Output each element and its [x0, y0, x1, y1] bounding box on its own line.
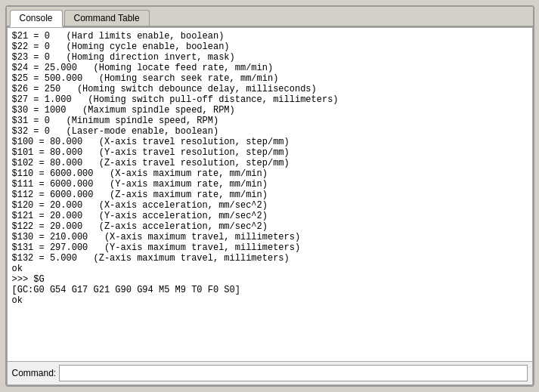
main-window: Console Command Table $21 = 0 (Hard limi… — [5, 5, 534, 387]
command-input[interactable] — [59, 365, 527, 381]
console-output[interactable]: $21 = 0 (Hard limits enable, boolean) $2… — [8, 28, 532, 361]
command-bar: Command: — [8, 361, 532, 384]
main-content: $21 = 0 (Hard limits enable, boolean) $2… — [7, 27, 533, 385]
command-label: Command: — [12, 368, 57, 378]
tab-command-table[interactable]: Command Table — [64, 10, 150, 26]
tab-bar: Console Command Table — [7, 7, 533, 27]
tab-console[interactable]: Console — [10, 10, 63, 27]
